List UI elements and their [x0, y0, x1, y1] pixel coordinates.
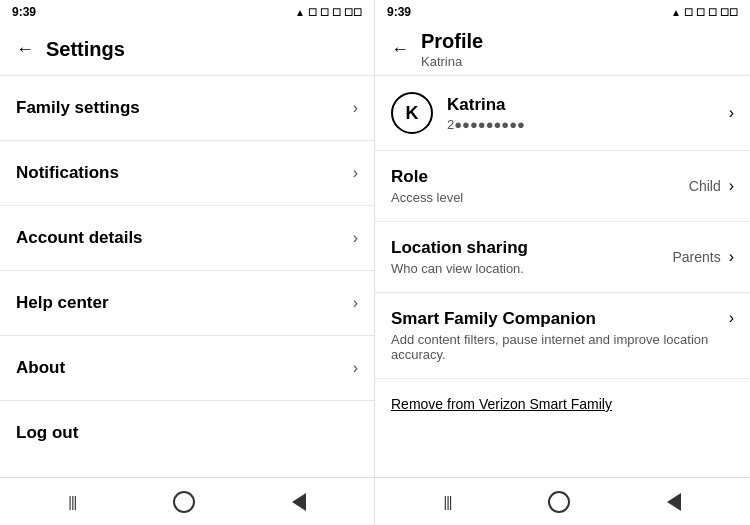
- right-time: 9:39: [387, 5, 411, 19]
- right-nav-back-icon[interactable]: [667, 493, 681, 511]
- right-toolbar: ← Profile Katrina: [375, 24, 750, 76]
- left-page-title: Settings: [46, 38, 125, 61]
- profile-info: Katrina 2●●●●●●●●●: [447, 95, 525, 132]
- left-back-button[interactable]: ←: [16, 39, 34, 60]
- right-page-subtitle: Katrina: [421, 54, 483, 69]
- role-title: Role: [391, 167, 689, 187]
- left-panel: 9:39 ▲ ☐ ☐ ☐ ☐☐ ← Settings Family settin…: [0, 0, 375, 525]
- right-nav-recent-icon[interactable]: [444, 494, 452, 510]
- logout-label: Log out: [16, 423, 78, 443]
- help-center-chevron-icon: ›: [353, 294, 358, 312]
- smart-family-item[interactable]: Smart Family Companion Add content filte…: [375, 293, 750, 379]
- about-chevron-icon: ›: [353, 359, 358, 377]
- right-status-icons: ▲ ☐ ☐ ☐ ☐☐: [671, 7, 738, 18]
- profile-name: Katrina: [447, 95, 525, 115]
- family-settings-chevron-icon: ›: [353, 99, 358, 117]
- smart-family-left: Smart Family Companion Add content filte…: [391, 309, 729, 362]
- location-sharing-item[interactable]: Location sharing Who can view location. …: [375, 222, 750, 293]
- help-center-label: Help center: [16, 293, 109, 313]
- role-value: Child: [689, 178, 721, 194]
- role-chevron-icon: ›: [729, 177, 734, 195]
- role-item[interactable]: Role Access level Child ›: [375, 151, 750, 222]
- profile-phone: 2●●●●●●●●●: [447, 117, 525, 132]
- smart-family-chevron-icon: ›: [729, 309, 734, 327]
- avatar: K: [391, 92, 433, 134]
- right-panel: 9:39 ▲ ☐ ☐ ☐ ☐☐ ← Profile Katrina K Katr…: [375, 0, 750, 525]
- role-left: Role Access level: [391, 167, 689, 205]
- smart-family-subtitle: Add content filters, pause internet and …: [391, 332, 721, 362]
- location-subtitle: Who can view location.: [391, 261, 672, 276]
- menu-item-help-center[interactable]: Help center ›: [0, 271, 374, 336]
- family-settings-label: Family settings: [16, 98, 140, 118]
- remove-link[interactable]: Remove from Verizon Smart Family: [391, 396, 612, 412]
- account-details-chevron-icon: ›: [353, 229, 358, 247]
- left-nav-back-icon[interactable]: [292, 493, 306, 511]
- notifications-chevron-icon: ›: [353, 164, 358, 182]
- profile-left: K Katrina 2●●●●●●●●●: [391, 92, 525, 134]
- location-right: Parents ›: [672, 248, 734, 266]
- location-value: Parents: [672, 249, 720, 265]
- left-status-bar: 9:39 ▲ ☐ ☐ ☐ ☐☐: [0, 0, 374, 24]
- left-nav-home-icon[interactable]: [173, 491, 195, 513]
- about-label: About: [16, 358, 65, 378]
- right-back-button[interactable]: ←: [391, 39, 409, 60]
- profile-chevron-icon: ›: [729, 104, 734, 122]
- smart-family-title: Smart Family Companion: [391, 309, 721, 329]
- role-subtitle: Access level: [391, 190, 689, 205]
- profile-item[interactable]: K Katrina 2●●●●●●●●● ›: [375, 76, 750, 151]
- left-menu-list: Family settings › Notifications › Accoun…: [0, 76, 374, 477]
- menu-item-logout[interactable]: Log out: [0, 401, 374, 465]
- smart-family-right: ›: [729, 309, 734, 327]
- menu-item-about[interactable]: About ›: [0, 336, 374, 401]
- right-bottom-nav: [375, 477, 750, 525]
- right-status-bar: 9:39 ▲ ☐ ☐ ☐ ☐☐: [375, 0, 750, 24]
- menu-item-notifications[interactable]: Notifications ›: [0, 141, 374, 206]
- notifications-label: Notifications: [16, 163, 119, 183]
- right-nav-home-icon[interactable]: [548, 491, 570, 513]
- remove-link-container: Remove from Verizon Smart Family: [375, 379, 750, 429]
- left-status-icons: ▲ ☐ ☐ ☐ ☐☐: [295, 7, 362, 18]
- left-toolbar: ← Settings: [0, 24, 374, 76]
- right-title-group: Profile Katrina: [421, 30, 483, 69]
- menu-item-account-details[interactable]: Account details ›: [0, 206, 374, 271]
- left-nav-recent-icon[interactable]: [68, 494, 76, 510]
- account-details-label: Account details: [16, 228, 143, 248]
- location-title: Location sharing: [391, 238, 672, 258]
- location-left: Location sharing Who can view location.: [391, 238, 672, 276]
- role-right: Child ›: [689, 177, 734, 195]
- location-chevron-icon: ›: [729, 248, 734, 266]
- menu-item-family-settings[interactable]: Family settings ›: [0, 76, 374, 141]
- left-bottom-nav: [0, 477, 374, 525]
- right-page-title: Profile: [421, 30, 483, 53]
- left-time: 9:39: [12, 5, 36, 19]
- right-spacer: [375, 429, 750, 477]
